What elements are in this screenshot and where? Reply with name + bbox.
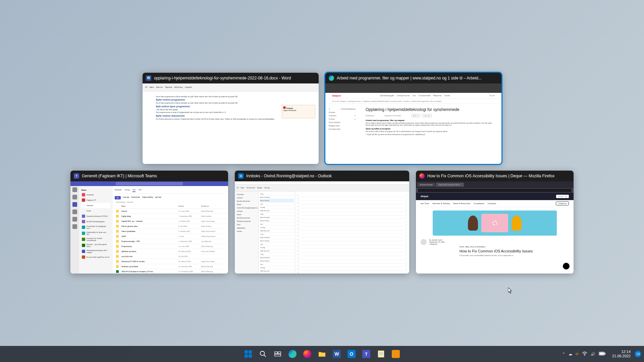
file-owner: Øivind Rønning [201,210,225,212]
window-edge[interactable]: Arbeid med programmer, filer og mapper |… [325,73,501,164]
file-type-icon [116,260,119,263]
folder-item: Oivind.Ronning@statped.no [236,206,257,209]
firefox-icon [419,173,425,179]
tab-wiki: Wiki [138,189,141,192]
taskbar-app[interactable] [389,347,402,361]
channel-name: Koordinator for pedagoger som... [87,225,110,229]
file-name: Workshop IKT 2020 for visualis... [121,260,176,262]
taskbar-outlook[interactable]: O [345,347,358,361]
toolbar-download: Last ned [155,196,161,199]
taskbar-teams[interactable]: T [360,347,373,361]
row-text: — [297,198,402,200]
ff-tab-0: Bruksanvisninger [417,183,435,187]
file-date: 1. oktober 2021 [178,220,199,222]
file-name: Flak for general saker [121,225,176,227]
reading-row: —— [297,263,407,267]
reading-row: —— [297,249,407,252]
teams-main: Generelt Innlegg Filer Wiki Ny Last opp … [113,186,228,274]
systray[interactable]: ⌃ ☁ ⟳ 🔊 [559,352,608,356]
team-badge-icon [82,232,85,235]
file-name: 2020-04-21 Budsjett an erstapres_IKT.xls… [121,270,176,273]
window-teams[interactable]: T Generelt (Fagteam IKT) | Microsoft Tea… [70,171,228,274]
doc-heading-1: Bytte mellom programmer [156,99,305,101]
taskbar-word[interactable]: W [330,347,343,361]
file-name: JAWS [121,235,176,237]
firefox-titlebar: How to Fix Common iOS Accessibility Issu… [416,171,574,181]
team-badge-icon [82,238,85,241]
reading-row: —— [297,245,407,249]
article-meta: By Jennifer Korth September 15, 2022 Cat… [416,239,574,245]
doc-para-1: Det er flere programmer er åpne samtidig… [156,96,305,98]
edge-content: Statped Spesialpedagogikk Læringsressurs… [325,83,501,164]
reading-row: —— [297,256,407,260]
row-meta: — [406,253,407,255]
search-button[interactable] [256,347,270,361]
rail-calendar-icon [72,209,77,214]
notification-center[interactable]: 19 [635,351,641,357]
file-header-row: Navn Endret Endret av [115,204,226,209]
window-outlook[interactable]: O Innboks - Oivind.Ronning@statped.no - … [235,171,409,274]
firefox-content: Bruksanvisninger How to Fix Common iOS A… [416,181,574,274]
file-owner: Hilde Strup Havrev... [201,230,225,232]
start-button[interactable] [241,347,255,361]
message-item: Aksel Svindland [260,196,294,199]
deque-nav: axe Tools Services & Training News & Res… [416,200,574,207]
message-item: Hilde Havrevoll [260,269,294,273]
sync-icon[interactable]: ⟳ [576,352,579,356]
clock[interactable]: 12:14 21.09.2022 [609,350,633,358]
file-owner: Inger Lene Husøy [201,220,225,222]
channel-item: Seminar – og i disse gamle hand... [81,242,111,248]
reading-row: —— [297,208,407,212]
toc-3-text: Touch-metoden [329,121,340,123]
chevron-up-icon[interactable]: ⌃ [562,352,565,356]
teams-icon: T [74,173,79,179]
dnav-0: axe Tools [421,202,429,204]
reading-row: —— [297,223,407,227]
file-row: 2020-04-21 Budsjett an erstapres_IKT.xls… [115,269,226,274]
volume-icon[interactable]: 🔊 [591,352,595,356]
team-badge-icon [82,220,85,223]
task-view-button[interactable] [271,347,284,361]
row-text: — [297,209,402,211]
channel-name: Fagteam IKT [87,199,96,201]
file-date: 11. mars 2020 [178,210,199,212]
row-text: — [297,201,402,203]
svg-rect-3 [249,354,252,358]
message-item: Torsdag [260,266,294,269]
firefox-title: How to Fix Common iOS Accessibility Issu… [427,174,570,178]
reading-row: —— [297,204,407,208]
firefox-page: deque Search 🔍 axe Tools Services & Trai… [416,193,574,274]
file-owner: Inger Lene Husøy [201,260,225,262]
row-text: — [297,235,402,237]
message-item: I går [260,202,294,206]
print-button: Skriv ut [411,114,420,117]
taskbar-firefox[interactable] [301,347,314,361]
onedrive-icon[interactable]: ☁ [569,352,572,356]
wifi-icon[interactable] [582,352,587,356]
reading-row: —— [297,193,407,197]
author-avatar-icon [421,239,427,245]
battery-icon[interactable] [599,352,605,356]
window-word[interactable]: W opplaring-i-hjelpemiddelteknologi-for-… [143,73,319,164]
toc-1-text: Til leseren [329,115,336,117]
file-owner: Anne Lise Solheol [201,250,225,252]
word-ribbon: Fil Hjem Sett inn Tegning Utforming Opps… [143,83,319,92]
channel-item: Generelt skrivebord IKT/SLV [81,214,111,219]
message-item: Aksel Svindland [260,236,294,239]
window-firefox[interactable]: How to Fix Common iOS Accessibility Issu… [416,171,574,274]
message-item: I dag [260,253,294,256]
teams-search-icon [116,182,183,185]
row-meta: — [406,205,407,207]
taskbar-edge[interactable] [286,347,299,361]
row-text: — [297,213,402,215]
rail-teams-icon [72,202,77,207]
date-text: 21.09.2022 [612,354,631,358]
taskbar-explorer[interactable] [315,347,329,361]
file-owner: Kelly Ausland [201,225,225,227]
folder-item: Arkiv [236,223,257,226]
taskbar-notepad[interactable] [374,347,388,361]
outlook-body: FavoritterInnboksSendte elementerKladdOi… [235,191,409,274]
folder-item: Sendte elementer [236,216,257,220]
word-document: Det er flere programmer er åpne samtidig… [143,92,319,164]
channel-item: Generelt [81,203,111,208]
